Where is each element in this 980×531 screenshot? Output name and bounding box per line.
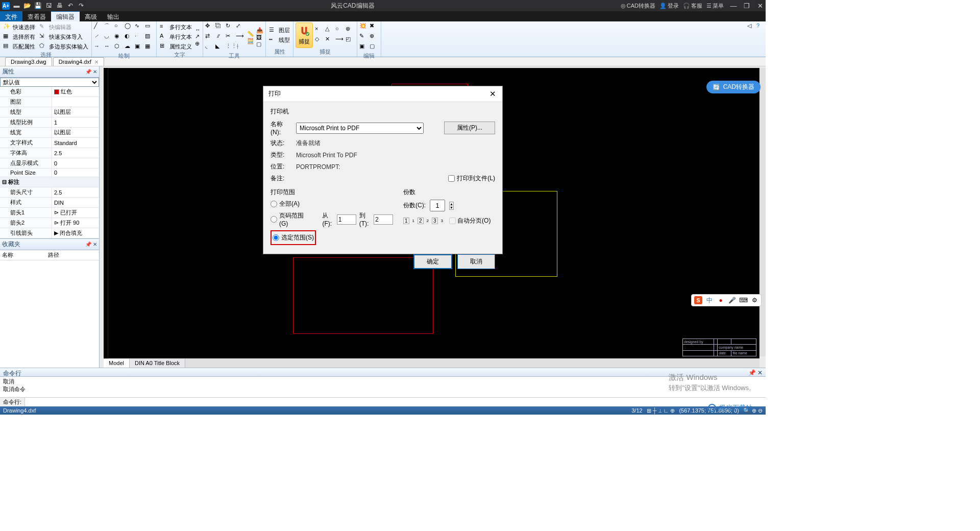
print-icon[interactable]: 🖶 — [56, 2, 63, 10]
prop-row[interactable]: 箭头2⊳ 打开 90 — [0, 218, 99, 228]
range-all-radio[interactable]: 全部(A) — [271, 200, 393, 208]
linetype[interactable]: ┅线型 — [268, 36, 291, 45]
canvas-tab-layout[interactable]: DIN A0 Title Block — [130, 359, 185, 368]
ime-settings-icon[interactable]: ⚙ — [750, 296, 758, 304]
mirror-icon[interactable]: ⇄ — [205, 33, 214, 42]
array-icon[interactable]: ⋮⋮ — [226, 43, 235, 52]
copies-input[interactable] — [430, 200, 445, 211]
printer-props-button[interactable]: 属性(P)... — [444, 122, 495, 134]
help-icon[interactable]: ? — [756, 22, 764, 30]
horizontal-scrollbar[interactable] — [185, 359, 760, 368]
move-icon[interactable]: ✥ — [205, 22, 214, 32]
chamfer-icon[interactable]: ◣ — [215, 43, 225, 52]
ime-punct-icon[interactable]: ● — [717, 296, 725, 304]
layer[interactable]: ☰图层 — [268, 26, 291, 35]
cancel-button[interactable]: 取消 — [457, 254, 495, 269]
save-icon[interactable]: 💾 — [34, 2, 42, 10]
poly-entity-input[interactable]: ⬠多边形实体输入 — [38, 42, 89, 51]
break-icon[interactable]: ⟊ — [236, 43, 245, 52]
extend-icon[interactable]: ⟶ — [236, 33, 245, 42]
image-icon[interactable]: 🖼 — [256, 34, 263, 40]
minimize-button[interactable]: — — [730, 2, 737, 9]
select-all[interactable]: ▦选择所有 — [2, 32, 36, 41]
redo-icon[interactable]: ↷ — [77, 2, 85, 10]
cad-converter-link[interactable]: ◎CAD转换器 — [621, 2, 655, 10]
snap-mid-icon[interactable]: △ — [325, 26, 334, 35]
ellipse-icon[interactable]: ◯ — [125, 22, 134, 32]
rotate-icon[interactable]: ↻ — [226, 22, 235, 32]
polygon-icon[interactable]: ⬡ — [114, 43, 124, 52]
sogou-icon[interactable]: S — [694, 296, 702, 304]
explode-icon[interactable]: 💥 — [359, 22, 369, 32]
snap-end-icon[interactable]: × — [315, 26, 324, 35]
open-icon[interactable]: 📂 — [23, 2, 31, 10]
cloud-icon[interactable]: ☁ — [125, 43, 134, 52]
printer-select[interactable]: Microsoft Print to PDF — [296, 123, 424, 134]
leader-icon[interactable]: ↗ — [195, 33, 201, 40]
prop-section-annot[interactable]: ⊟ 标注 — [0, 177, 99, 187]
collate-check[interactable]: 自动分页(O) — [449, 216, 491, 225]
quick-entity-import[interactable]: ⇲快速实体导入 — [38, 32, 89, 41]
props-default-select[interactable]: 默认值 — [0, 78, 99, 87]
from-input[interactable] — [337, 214, 356, 225]
wipeout-icon[interactable]: ▢ — [256, 41, 263, 47]
spline-icon[interactable]: ∿ — [135, 22, 144, 32]
prop-row[interactable]: 样式DIN — [0, 198, 99, 208]
to-input[interactable] — [374, 214, 393, 225]
ray-icon[interactable]: → — [94, 43, 103, 52]
prop-row[interactable]: 字体高2.5 — [0, 148, 99, 158]
copy-icon[interactable]: ⿻ — [215, 22, 225, 32]
prop-row[interactable]: 点显示模式0 — [0, 158, 99, 168]
range-pages-radio[interactable]: 页码范围(G) — [271, 211, 308, 227]
point-icon[interactable]: · — [135, 33, 144, 42]
stext[interactable]: A单行文本 — [159, 32, 193, 41]
erase-icon[interactable]: ✖ — [370, 22, 379, 32]
snap-ins-icon[interactable]: ◰ — [346, 36, 355, 45]
range-selection-radio[interactable]: 选定范围(S) — [273, 233, 314, 242]
tab-advanced[interactable]: 高级 — [80, 11, 102, 21]
ime-toolbar[interactable]: S 中 ● 🎤 ⌨ ⚙ — [691, 294, 762, 306]
cad-converter-badge[interactable]: 🔄 CAD转换器 — [706, 81, 761, 93]
attdef[interactable]: ⊞属性定义 — [159, 42, 193, 51]
block-icon[interactable]: ▣ — [135, 43, 144, 52]
prop-row[interactable]: Point Size0 — [0, 168, 99, 177]
ok-button[interactable]: 确定 — [413, 254, 452, 269]
donut-icon[interactable]: ◉ — [114, 33, 124, 42]
prop-row[interactable]: 箭头尺寸2.5 — [0, 187, 99, 198]
pin-icon[interactable]: 📌 ✕ — [85, 242, 97, 247]
hatch-icon[interactable]: ▨ — [145, 33, 154, 42]
calc-icon[interactable]: 🧮 — [247, 38, 254, 44]
menu-link[interactable]: ☰菜单 — [706, 2, 724, 10]
saveall-icon[interactable]: 🖫 — [45, 2, 53, 10]
print-to-file-checkbox[interactable] — [448, 175, 455, 182]
ungroup-icon[interactable]: ▢ — [370, 43, 379, 52]
table-icon[interactable]: ▦ — [145, 43, 154, 52]
capture-button[interactable]: 捕捉 — [296, 22, 313, 48]
tab-output[interactable]: 输出 — [102, 11, 125, 21]
prop-row[interactable]: 图层 — [0, 97, 99, 107]
pedit-icon[interactable]: ✎ — [359, 33, 369, 42]
support-link[interactable]: 🎧客服 — [683, 2, 702, 10]
arc2-icon[interactable]: ◡ — [104, 33, 113, 42]
xline-icon[interactable]: ↔ — [104, 43, 113, 52]
ime-lang[interactable]: 中 — [705, 296, 714, 304]
prop-row[interactable]: 引线箭头▶ 闭合填充 — [0, 228, 99, 238]
arc-icon[interactable]: ⌒ — [104, 22, 113, 32]
line-icon[interactable]: ╱ — [94, 22, 103, 32]
canvas-tab-model[interactable]: Model — [104, 359, 130, 368]
fillet-icon[interactable]: ◟ — [205, 43, 214, 52]
login-link[interactable]: 👤登录 — [659, 2, 679, 10]
polyline-icon[interactable]: ⟋ — [94, 33, 103, 42]
prop-row[interactable]: 色彩红色 — [0, 87, 99, 97]
new-icon[interactable]: ▬ — [13, 2, 20, 10]
dialog-close-button[interactable]: ✕ — [488, 89, 497, 99]
join-icon[interactable]: ⊕ — [370, 33, 379, 42]
vertical-scrollbar[interactable] — [760, 68, 766, 356]
insert-icon[interactable]: 📥 — [256, 27, 263, 34]
pin-icon[interactable]: 📌 ✕ — [85, 69, 97, 75]
tab-viewer[interactable]: 查看器 — [22, 11, 51, 21]
ime-keyboard-icon[interactable]: ⌨ — [739, 296, 747, 304]
prop-row[interactable]: 箭头1⊳ 已打开 — [0, 208, 99, 218]
ribbon-minimize-icon[interactable]: ◁ — [747, 22, 754, 30]
undo-icon[interactable]: ↶ — [66, 2, 74, 10]
